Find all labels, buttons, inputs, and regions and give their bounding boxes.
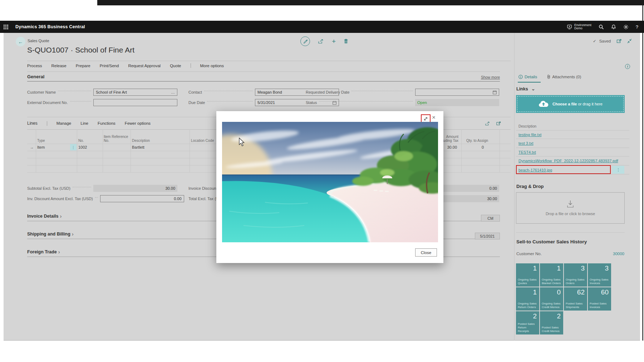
cell-no[interactable]: 1002 bbox=[78, 144, 87, 151]
cell-type[interactable]: Item bbox=[37, 144, 45, 151]
choose-file-upload-area[interactable]: Choose a file or drag it here bbox=[516, 95, 625, 113]
menu-item-quote[interactable]: Quote bbox=[170, 64, 181, 68]
menu-item-more-options[interactable]: More options bbox=[200, 64, 224, 68]
paperclip-icon bbox=[547, 74, 550, 79]
lookup-button[interactable]: … bbox=[171, 90, 175, 94]
breadcrumb[interactable]: Sales Quote bbox=[28, 39, 49, 43]
file-link[interactable]: DynamicsWorkflow_PDF_2022-12-12202857.48… bbox=[518, 159, 618, 163]
file-link[interactable]: TEST4.txt bbox=[518, 150, 536, 154]
lines-menu-fewer-options[interactable]: Fewer options bbox=[125, 121, 151, 125]
col-header-location-code[interactable]: Location Code bbox=[191, 139, 214, 143]
menu-item-request-approval[interactable]: Request Approval bbox=[128, 64, 161, 68]
active-row-indicator: → bbox=[29, 144, 35, 151]
field-customer-name: Customer Name School of Fine Art … bbox=[27, 89, 177, 96]
lines-menu-line[interactable]: Line bbox=[80, 121, 88, 125]
page-title: S-QUO1007 · School of Fine Art bbox=[27, 46, 134, 54]
customer-name-input[interactable]: School of Fine Art … bbox=[93, 89, 177, 96]
lines-part-actions bbox=[485, 121, 501, 126]
col-header-type[interactable]: Type bbox=[37, 139, 45, 143]
chevron-right-icon: › bbox=[58, 250, 60, 254]
tile-posted-sales-invoices[interactable]: 60Posted Sales Invoices bbox=[588, 287, 611, 311]
info-icon bbox=[518, 75, 523, 79]
invoice-details-value: CM bbox=[481, 215, 500, 222]
field-external-document-no: External Document No. bbox=[27, 99, 177, 106]
save-status: ✓ Saved bbox=[593, 39, 611, 44]
back-button[interactable]: ← bbox=[16, 37, 25, 46]
new-document-button[interactable]: + bbox=[332, 39, 336, 44]
col-header-qty-to-assign[interactable]: Qty. to Assign bbox=[461, 139, 488, 143]
help-button[interactable]: ? bbox=[636, 24, 638, 30]
tile-ongoing-sales-credit-memos[interactable]: 0Ongoing Sales Credit Memos bbox=[540, 287, 563, 311]
menu-item-process[interactable]: Process bbox=[27, 64, 42, 68]
tab-details[interactable]: Details bbox=[518, 74, 537, 79]
field-inv-discount-amount: Inv. Discount Amount Excl. Tax (USD) 0.0… bbox=[27, 195, 177, 202]
environment-button[interactable]: Environment Demo bbox=[567, 24, 591, 30]
invoice-discount-label: Invoice Discount bbox=[188, 186, 217, 190]
tile-posted-sales-credit-memos[interactable]: 2Posted Sales Credit Memos bbox=[540, 311, 563, 334]
menu-item-print-send[interactable]: Print/Send bbox=[100, 64, 119, 68]
sales-history-title: Sell-to Customer Sales History bbox=[516, 239, 587, 244]
share-button[interactable] bbox=[318, 39, 324, 44]
show-more-link[interactable]: Show more bbox=[481, 75, 500, 79]
inv-discount-amount-input[interactable]: 0.00 bbox=[100, 195, 184, 202]
collapse-window-icon[interactable] bbox=[627, 39, 632, 44]
tile-ongoing-sales-invoices[interactable]: 3Ongoing Sales Invoices bbox=[588, 263, 611, 287]
tile-ongoing-sales-blanket-orders[interactable]: 1Ongoing Sales Blanket Orders bbox=[540, 263, 563, 287]
col-header-description[interactable]: Description bbox=[132, 139, 150, 143]
app-launcher-icon[interactable] bbox=[4, 25, 8, 29]
chevron-down-icon: ⌄ bbox=[531, 87, 535, 91]
menu-divider bbox=[47, 121, 47, 126]
panel-divider bbox=[514, 33, 515, 341]
file-options-button[interactable]: ⋮ bbox=[612, 166, 624, 174]
lines-section-title[interactable]: Lines bbox=[27, 121, 38, 126]
cell-qty-to-assign[interactable]: 0 bbox=[461, 144, 484, 151]
tile-ongoing-sales-return-orders[interactable]: 1Ongoing Sales Return Orders bbox=[516, 287, 539, 311]
divider bbox=[27, 61, 511, 61]
environment-label: Environment Demo bbox=[574, 24, 591, 30]
edit-button[interactable] bbox=[300, 36, 310, 46]
customer-no-row: Customer No. 30000 bbox=[516, 252, 624, 256]
external-document-no-input[interactable] bbox=[93, 99, 177, 106]
beach-image bbox=[222, 122, 438, 242]
chevron-right-icon: › bbox=[60, 214, 62, 218]
requested-delivery-date-input[interactable] bbox=[415, 89, 499, 96]
general-section-title: General bbox=[27, 74, 44, 79]
settings-gear-icon[interactable] bbox=[623, 24, 629, 30]
notifications-bell-icon[interactable] bbox=[611, 24, 616, 30]
links-section-header[interactable]: Links ⌄ bbox=[516, 86, 535, 91]
cloud-upload-icon bbox=[538, 100, 549, 108]
cell-description[interactable]: Bartlett bbox=[132, 144, 144, 151]
drop-file-area[interactable]: Drop a file or click to browse bbox=[516, 192, 625, 224]
expand-icon[interactable] bbox=[423, 116, 428, 121]
col-header-item-reference[interactable]: Item Reference No. bbox=[104, 135, 129, 143]
file-link[interactable]: testing file.txt bbox=[518, 133, 541, 137]
tab-attachments[interactable]: Attachments (0) bbox=[547, 74, 581, 79]
share-icon[interactable] bbox=[485, 121, 490, 126]
header-actions: + bbox=[300, 36, 348, 46]
tile-posted-sales-return-receipts[interactable]: 2Posted Sales Return Receipts bbox=[516, 311, 539, 334]
delete-button[interactable] bbox=[344, 39, 348, 44]
highlight-box-beach-file bbox=[516, 165, 611, 174]
menu-item-prepare[interactable]: Prepare bbox=[76, 64, 90, 68]
close-button[interactable]: Close bbox=[415, 248, 437, 257]
col-header-no[interactable]: No. bbox=[78, 139, 84, 143]
tile-ongoing-sales-orders[interactable]: 3Ongoing Sales Orders bbox=[564, 263, 587, 287]
tile-ongoing-sales-quotes[interactable]: 1Ongoing Sales Quotes bbox=[516, 263, 539, 287]
popout-icon[interactable] bbox=[496, 121, 501, 126]
app-header: Dynamics 365 Business Central Environmen… bbox=[0, 21, 644, 33]
lines-menu-functions[interactable]: Functions bbox=[98, 121, 115, 125]
search-icon[interactable] bbox=[599, 24, 604, 30]
open-in-new-window-icon[interactable] bbox=[616, 39, 622, 44]
close-icon[interactable]: × bbox=[432, 114, 436, 121]
file-link[interactable]: test 3.txt bbox=[518, 141, 534, 145]
files-column-header: Description bbox=[518, 124, 536, 128]
lines-menu-manage[interactable]: Manage bbox=[56, 121, 72, 125]
customer-no-value[interactable]: 30000 bbox=[613, 252, 624, 256]
subtotal-value: 30.00 bbox=[93, 185, 177, 192]
tile-posted-sales-shipments[interactable]: 62Posted Sales Shipments bbox=[564, 287, 587, 311]
calendar-icon[interactable] bbox=[493, 90, 497, 94]
page-info-button[interactable]: i bbox=[625, 64, 630, 69]
row-options-button[interactable]: ⋮ bbox=[70, 144, 77, 150]
menu-item-release[interactable]: Release bbox=[51, 64, 67, 68]
window-actions bbox=[616, 39, 632, 44]
